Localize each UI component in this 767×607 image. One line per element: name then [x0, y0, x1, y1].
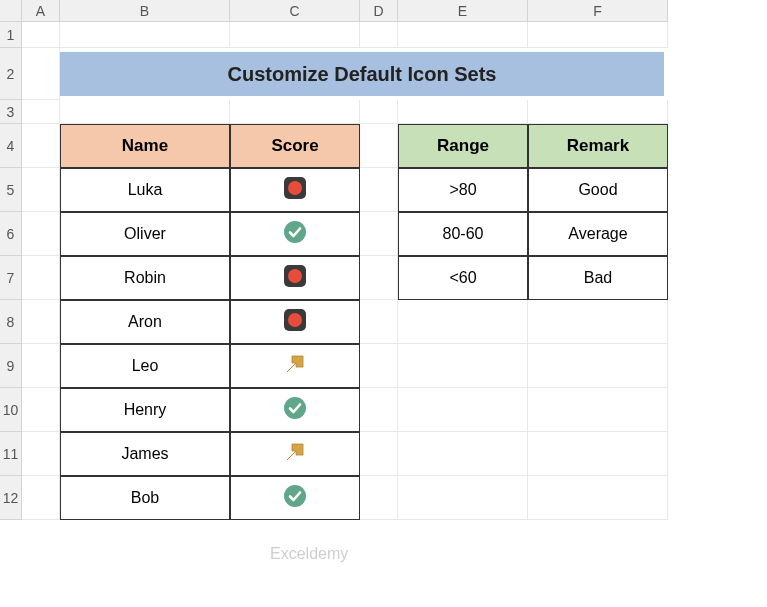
row-header-9[interactable]: 9 — [0, 344, 22, 388]
page-title: Customize Default Icon Sets — [60, 52, 664, 96]
row-header-3[interactable]: 3 — [0, 100, 22, 124]
cell-E1[interactable] — [398, 22, 528, 48]
cell-D8[interactable] — [360, 300, 398, 344]
cell-F10[interactable] — [528, 388, 668, 432]
cell-D9[interactable] — [360, 344, 398, 388]
select-all-corner[interactable] — [0, 0, 22, 22]
svg-point-4 — [288, 269, 302, 283]
cell-F1[interactable] — [528, 22, 668, 48]
cell-D11[interactable] — [360, 432, 398, 476]
green-icon — [283, 396, 307, 424]
cell-D1[interactable] — [360, 22, 398, 48]
tableb-range-0[interactable]: >80 — [398, 168, 528, 212]
cell-F11[interactable] — [528, 432, 668, 476]
cell-E11[interactable] — [398, 432, 528, 476]
row-header-1[interactable]: 1 — [0, 22, 22, 48]
tableb-range-2[interactable]: <60 — [398, 256, 528, 300]
cell-E12[interactable] — [398, 476, 528, 520]
tablea-score-icon-6[interactable] — [230, 432, 360, 476]
tablea-name-6[interactable]: James — [60, 432, 230, 476]
cell-D6[interactable] — [360, 212, 398, 256]
red-icon — [283, 176, 307, 204]
cell-F9[interactable] — [528, 344, 668, 388]
col-header-b[interactable]: B — [60, 0, 230, 22]
row-header-5[interactable]: 5 — [0, 168, 22, 212]
cell-A8[interactable] — [22, 300, 60, 344]
cell-D4[interactable] — [360, 124, 398, 168]
tablea-header-name[interactable]: Name — [60, 124, 230, 168]
arrow-icon — [283, 440, 307, 468]
cell-E9[interactable] — [398, 344, 528, 388]
tablea-name-3[interactable]: Aron — [60, 300, 230, 344]
tablea-score-icon-7[interactable] — [230, 476, 360, 520]
cell-A12[interactable] — [22, 476, 60, 520]
row-header-6[interactable]: 6 — [0, 212, 22, 256]
red-icon — [283, 264, 307, 292]
tablea-score-icon-2[interactable] — [230, 256, 360, 300]
tablea-score-icon-3[interactable] — [230, 300, 360, 344]
cell-A10[interactable] — [22, 388, 60, 432]
cell-B3[interactable] — [60, 100, 230, 124]
row-header-10[interactable]: 10 — [0, 388, 22, 432]
tableb-header-remark[interactable]: Remark — [528, 124, 668, 168]
tablea-name-7[interactable]: Bob — [60, 476, 230, 520]
cell-A9[interactable] — [22, 344, 60, 388]
cell-B1[interactable] — [60, 22, 230, 48]
col-header-f[interactable]: F — [528, 0, 668, 22]
cell-D3[interactable] — [360, 100, 398, 124]
tablea-name-1[interactable]: Oliver — [60, 212, 230, 256]
row-header-4[interactable]: 4 — [0, 124, 22, 168]
col-header-e[interactable]: E — [398, 0, 528, 22]
cell-D12[interactable] — [360, 476, 398, 520]
row-header-11[interactable]: 11 — [0, 432, 22, 476]
cell-D10[interactable] — [360, 388, 398, 432]
tablea-score-icon-0[interactable] — [230, 168, 360, 212]
cell-A4[interactable] — [22, 124, 60, 168]
cell-E10[interactable] — [398, 388, 528, 432]
cell-C1[interactable] — [230, 22, 360, 48]
svg-point-1 — [288, 181, 302, 195]
tablea-name-4[interactable]: Leo — [60, 344, 230, 388]
svg-marker-7 — [287, 356, 303, 372]
cell-D7[interactable] — [360, 256, 398, 300]
col-header-d[interactable]: D — [360, 0, 398, 22]
tablea-score-icon-1[interactable] — [230, 212, 360, 256]
tablea-name-2[interactable]: Robin — [60, 256, 230, 300]
tablea-name-5[interactable]: Henry — [60, 388, 230, 432]
tableb-remark-0[interactable]: Good — [528, 168, 668, 212]
tableb-remark-1[interactable]: Average — [528, 212, 668, 256]
svg-point-6 — [288, 313, 302, 327]
tableb-remark-2[interactable]: Bad — [528, 256, 668, 300]
cell-A7[interactable] — [22, 256, 60, 300]
cell-A1[interactable] — [22, 22, 60, 48]
arrow-icon — [283, 352, 307, 380]
col-header-a[interactable]: A — [22, 0, 60, 22]
cell-A2[interactable] — [22, 48, 60, 100]
cell-C3[interactable] — [230, 100, 360, 124]
svg-point-10 — [284, 485, 306, 507]
cell-A3[interactable] — [22, 100, 60, 124]
cell-E3[interactable] — [398, 100, 528, 124]
cell-D5[interactable] — [360, 168, 398, 212]
cell-F8[interactable] — [528, 300, 668, 344]
cell-F3[interactable] — [528, 100, 668, 124]
cell-A11[interactable] — [22, 432, 60, 476]
tableb-header-range[interactable]: Range — [398, 124, 528, 168]
cell-A5[interactable] — [22, 168, 60, 212]
tablea-score-icon-5[interactable] — [230, 388, 360, 432]
row-header-12[interactable]: 12 — [0, 476, 22, 520]
tablea-score-icon-4[interactable] — [230, 344, 360, 388]
cell-A6[interactable] — [22, 212, 60, 256]
row-header-7[interactable]: 7 — [0, 256, 22, 300]
tablea-name-0[interactable]: Luka — [60, 168, 230, 212]
cell-F12[interactable] — [528, 476, 668, 520]
col-header-c[interactable]: C — [230, 0, 360, 22]
row-header-8[interactable]: 8 — [0, 300, 22, 344]
red-icon — [283, 308, 307, 336]
green-icon — [283, 484, 307, 512]
cell-E8[interactable] — [398, 300, 528, 344]
green-icon — [283, 220, 307, 248]
row-header-2[interactable]: 2 — [0, 48, 22, 100]
tablea-header-score[interactable]: Score — [230, 124, 360, 168]
tableb-range-1[interactable]: 80-60 — [398, 212, 528, 256]
